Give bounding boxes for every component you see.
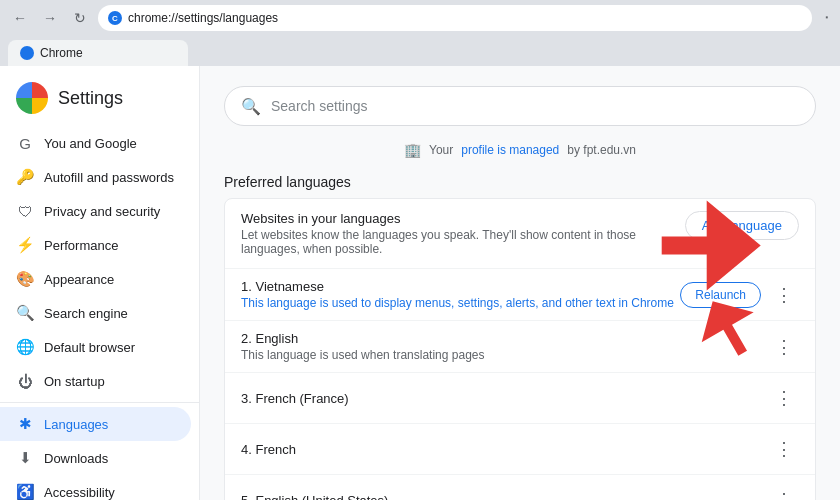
sidebar-label-privacy: Privacy and security — [44, 204, 160, 219]
sidebar-header: Settings — [0, 66, 199, 126]
relaunch-button[interactable]: Relaunch — [680, 282, 761, 308]
sidebar-label-accessibility: Accessibility — [44, 485, 115, 500]
browser-chrome: ← → ↻ C chrome://settings/languages ⬝ — [0, 0, 840, 36]
lang-name-french: 4. French — [241, 442, 769, 457]
settings-content: 🔍 Search settings 🏢 Your profile is mana… — [200, 66, 840, 500]
site-favicon: C — [108, 11, 122, 25]
lang-num-3: 3. — [241, 391, 255, 406]
lang-info-vietnamese: 1. Vietnamese This language is used to d… — [241, 279, 680, 310]
languages-card: Websites in your languages Let websites … — [224, 198, 816, 500]
reload-button[interactable]: ↻ — [68, 6, 92, 30]
profile-suffix: by fpt.edu.vn — [567, 143, 636, 157]
preferred-languages-title: Preferred languages — [224, 174, 816, 190]
sidebar-item-default-browser[interactable]: 🌐 Default browser — [0, 330, 191, 364]
lang-desc-vietnamese: This language is used to display menus, … — [241, 296, 680, 310]
more-options-french[interactable]: ⋮ — [769, 434, 799, 464]
lang-info-french-france: 3. French (France) — [241, 391, 769, 406]
lang-num-2: 2. — [241, 331, 255, 346]
sidebar-item-downloads[interactable]: ⬇ Downloads — [0, 441, 191, 475]
on-startup-icon: ⏻ — [16, 372, 34, 390]
lang-num-1: 1. — [241, 279, 255, 294]
card-header-title: Websites in your languages — [241, 211, 685, 226]
search-icon: 🔍 — [241, 97, 261, 116]
lang-name-english-us: 5. English (United States) — [241, 493, 769, 501]
language-item-vietnamese: 1. Vietnamese This language is used to d… — [225, 268, 815, 320]
sidebar-divider — [0, 402, 199, 403]
sidebar-label-appearance: Appearance — [44, 272, 114, 287]
sidebar-item-you-and-google[interactable]: G You and Google — [0, 126, 191, 160]
card-header-desc: Let websites know the languages you spea… — [241, 228, 685, 256]
sidebar-label-languages: Languages — [44, 417, 108, 432]
lang-name-vietnamese: 1. Vietnamese — [241, 279, 680, 294]
downloads-icon: ⬇ — [16, 449, 34, 467]
more-options-english-us[interactable]: ⋮ — [769, 485, 799, 500]
lang-name-french-france: 3. French (France) — [241, 391, 769, 406]
search-engine-icon: 🔍 — [16, 304, 34, 322]
tab-bar: Chrome — [0, 36, 840, 66]
lang-info-english: 2. English This language is used when tr… — [241, 331, 769, 362]
address-bar[interactable]: C chrome://settings/languages — [98, 5, 812, 31]
performance-icon: ⚡ — [16, 236, 34, 254]
forward-button[interactable]: → — [38, 6, 62, 30]
autofill-icon: 🔑 — [16, 168, 34, 186]
search-bar[interactable]: 🔍 Search settings — [224, 86, 816, 126]
more-options-english[interactable]: ⋮ — [769, 332, 799, 362]
you-google-icon: G — [16, 134, 34, 152]
sidebar-label-autofill: Autofill and passwords — [44, 170, 174, 185]
back-button[interactable]: ← — [8, 6, 32, 30]
lang-info-french: 4. French — [241, 442, 769, 457]
sidebar-label-default-browser: Default browser — [44, 340, 135, 355]
language-item-french: 4. French ⋮ — [225, 423, 815, 474]
profile-link[interactable]: profile is managed — [461, 143, 559, 157]
card-header-row: Websites in your languages Let websites … — [225, 199, 815, 268]
card-header-info: Websites in your languages Let websites … — [241, 211, 685, 256]
accessibility-icon: ♿ — [16, 483, 34, 500]
default-browser-icon: 🌐 — [16, 338, 34, 356]
profile-banner: 🏢 Your profile is managed by fpt.edu.vn — [224, 142, 816, 158]
privacy-icon: 🛡 — [16, 202, 34, 220]
sidebar-label-on-startup: On startup — [44, 374, 105, 389]
sidebar-item-privacy[interactable]: 🛡 Privacy and security — [0, 194, 191, 228]
sidebar-item-performance[interactable]: ⚡ Performance — [0, 228, 191, 262]
sidebar-label-downloads: Downloads — [44, 451, 108, 466]
building-icon: 🏢 — [404, 142, 421, 158]
settings-logo — [16, 82, 48, 114]
languages-icon: ✱ — [16, 415, 34, 433]
profile-text: Your — [429, 143, 453, 157]
lang-desc-english: This language is used when translating p… — [241, 348, 769, 362]
sidebar-item-appearance[interactable]: 🎨 Appearance — [0, 262, 191, 296]
language-item-french-france: 3. French (France) ⋮ — [225, 372, 815, 423]
tab-title: Chrome — [40, 46, 83, 60]
sidebar-item-languages[interactable]: ✱ Languages — [0, 407, 191, 441]
sidebar-label-search-engine: Search engine — [44, 306, 128, 321]
lang-info-english-us: 5. English (United States) — [241, 493, 769, 501]
search-placeholder: Search settings — [271, 98, 368, 114]
apps-icon[interactable]: ⬝ — [822, 9, 832, 27]
sidebar-label-performance: Performance — [44, 238, 118, 253]
more-options-french-france[interactable]: ⋮ — [769, 383, 799, 413]
sidebar-item-autofill[interactable]: 🔑 Autofill and passwords — [0, 160, 191, 194]
settings-title: Settings — [58, 88, 123, 109]
lang-name-english: 2. English — [241, 331, 769, 346]
main-container: Settings G You and Google 🔑 Autofill and… — [0, 66, 840, 500]
language-item-english: 2. English This language is used when tr… — [225, 320, 815, 372]
add-language-button[interactable]: Add language — [685, 211, 799, 240]
appearance-icon: 🎨 — [16, 270, 34, 288]
lang-num-5: 5. — [241, 493, 255, 501]
sidebar: Settings G You and Google 🔑 Autofill and… — [0, 66, 200, 500]
active-tab[interactable]: Chrome — [8, 40, 188, 66]
address-text: chrome://settings/languages — [128, 11, 278, 25]
sidebar-item-accessibility[interactable]: ♿ Accessibility — [0, 475, 191, 500]
lang-num-4: 4. — [241, 442, 255, 457]
language-item-english-us: 5. English (United States) ⋮ — [225, 474, 815, 500]
more-options-vietnamese[interactable]: ⋮ — [769, 280, 799, 310]
content-inner: 🔍 Search settings 🏢 Your profile is mana… — [200, 66, 840, 500]
sidebar-label-you-and-google: You and Google — [44, 136, 137, 151]
sidebar-item-on-startup[interactable]: ⏻ On startup — [0, 364, 191, 398]
sidebar-item-search-engine[interactable]: 🔍 Search engine — [0, 296, 191, 330]
tab-favicon — [20, 46, 34, 60]
